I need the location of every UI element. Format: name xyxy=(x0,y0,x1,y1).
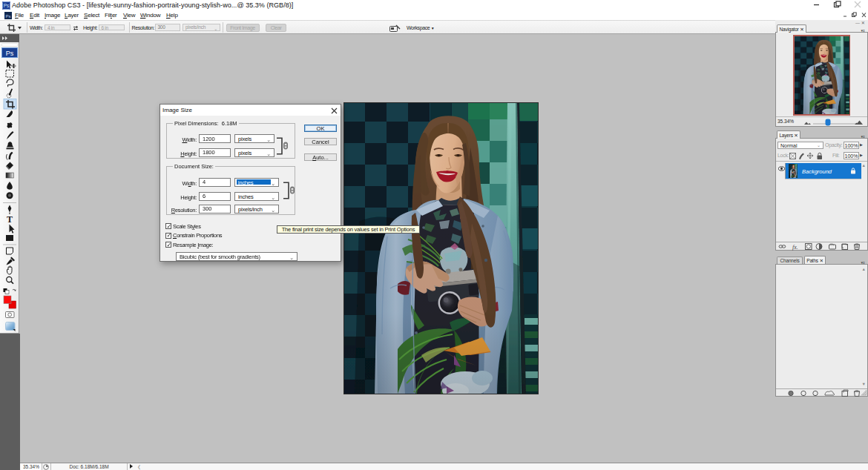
svg-text:Ps: Ps xyxy=(5,14,10,19)
svg-text:Ps: Ps xyxy=(6,50,14,57)
svg-text:Ps: Ps xyxy=(4,3,10,8)
svg-text:fx.: fx. xyxy=(792,244,798,251)
svg-text:T: T xyxy=(7,214,13,225)
